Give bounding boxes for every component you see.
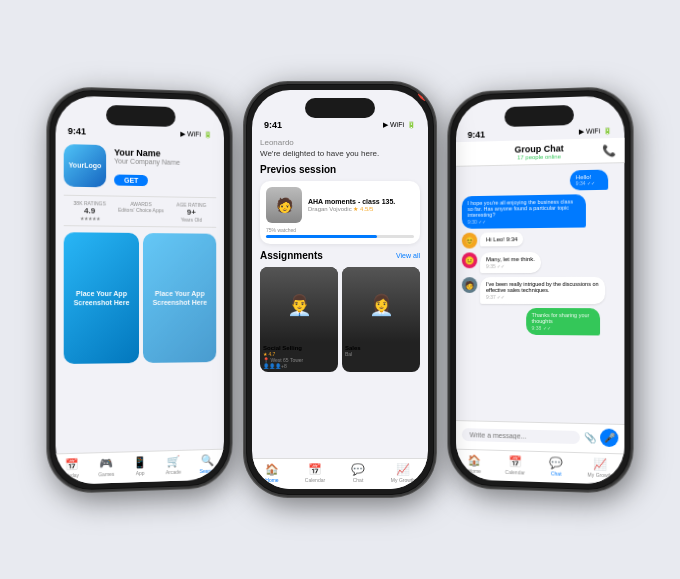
ratings-row: 38K RATINGS 4.9 ★★★★★ AWARDS Editors' Ch… (64, 194, 217, 227)
msg-hello: Hello! 9:34 ✓✓ (570, 169, 619, 190)
phone-left: 9:41 ▶ WiFi🔋 Your Logo Your Name Your Co… (47, 86, 231, 493)
age-rating-item: AGE RATING 9+ Years Old (166, 201, 216, 223)
get-button[interactable]: GET (114, 173, 148, 185)
progress-bar (266, 235, 414, 238)
nav-growth-center[interactable]: 📈 My Growth (391, 463, 415, 483)
assignment-card-2[interactable]: 👩‍💼 Sales Bal (342, 267, 420, 372)
prev-session-card: 🧑 AHA moments - class 135. Dragan Vojvod… (260, 181, 420, 244)
screenshots-row: Place Your App Screenshot Here Place You… (64, 232, 217, 364)
assignment-info-2: Sales Bal (342, 342, 420, 360)
nav-chat-right[interactable]: 💬 Chat (549, 456, 563, 476)
prev-section-title: Previos session (260, 164, 420, 175)
dynamic-island-left (106, 104, 175, 126)
message-input[interactable] (462, 427, 580, 443)
greeting-text: We're delighted to have you here. (260, 149, 420, 158)
nav-app[interactable]: 📱 App (133, 455, 147, 475)
session-author: Dragan Vojvodic ★ 4.5/5 (308, 205, 414, 212)
nav-arcade[interactable]: 🛒 Arcade (166, 454, 182, 474)
progress-fill (266, 235, 377, 238)
assignment-meta-2: Bal (345, 351, 417, 357)
phone-center: 9:41 ▶ WiFi🔋 Leonardo We're delighted to… (244, 82, 436, 497)
assignment-info-1: Social Selling ★ 4.7 📍 West 65 Tower 👤👤👤… (260, 342, 338, 372)
assignments-grid: 👨‍💼 Social Selling ★ 4.7 📍 West 65 Tower… (260, 267, 420, 372)
status-time-center: 9:41 (264, 120, 282, 130)
award-item: AWARDS Editors' Choice Apps (115, 200, 166, 222)
nav-search[interactable]: 🔍 Search (199, 453, 214, 473)
session-info: AHA moments - class 135. Dragan Vojvodic… (308, 198, 414, 212)
nav-calendar-center[interactable]: 📅 Calendar (305, 463, 325, 483)
avatar-3: 🧑 (462, 277, 477, 293)
nav-home-right[interactable]: 🏠 Home (468, 453, 482, 473)
attach-icon[interactable]: 📎 (584, 431, 596, 442)
rating-count: 38K RATINGS 4.9 ★★★★★ (64, 199, 116, 221)
learning-content: Leonardo We're delighted to have you her… (252, 132, 428, 458)
msg-hi-leo: 😊 Hi Leo! 9:34 (462, 231, 618, 248)
msg-sales: 🧑 I've been really intrigued by the disc… (462, 276, 618, 303)
progress-label: 75% watched (266, 227, 414, 233)
phone-right: 9:41 ▶ WiFi🔋 Group Chat 17 people online… (448, 86, 632, 493)
bottom-nav-right: 🏠 Home 📅 Calendar 💬 Chat 📈 My Growth (456, 448, 624, 484)
nav-games[interactable]: 🎮 Games (98, 456, 114, 477)
app-logo: Your Logo (64, 144, 106, 187)
nav-today[interactable]: 📅 Today (65, 457, 79, 478)
session-title: AHA moments - class 135. (308, 198, 414, 205)
app-header: Your Logo Your Name Your Company Name GE… (64, 144, 217, 189)
view-all-link[interactable]: View all (396, 252, 420, 259)
assignment-card-1[interactable]: 👨‍💼 Social Selling ★ 4.7 📍 West 65 Tower… (260, 267, 338, 372)
app-info: Your Name Your Company Name GET (114, 146, 216, 187)
status-time-left: 9:41 (68, 125, 86, 136)
call-icon[interactable]: 📞 (602, 144, 616, 158)
avatar-1: 😊 (462, 232, 477, 248)
dynamic-island-right (505, 104, 574, 126)
status-icons-left: ▶ WiFi🔋 (180, 130, 212, 139)
chat-header: Group Chat 17 people online 📞 (456, 137, 624, 166)
assignments-header: Assignments View all (260, 250, 420, 261)
bottom-nav-center: 🏠 Home 📅 Calendar 💬 Chat 📈 My Growth (252, 458, 428, 489)
assignment-img-1: 👨‍💼 (260, 267, 338, 342)
chat-messages: Hello! 9:34 ✓✓ I hope you're all enjoyin… (456, 163, 624, 424)
mic-button[interactable]: 🎤 (600, 428, 618, 447)
status-time-right: 9:41 (468, 129, 485, 139)
assignment-img-2: 👩‍💼 (342, 267, 420, 342)
msg-thanks: Thanks for sharing your thoughts 9:38 ✓✓ (526, 307, 619, 335)
nav-growth-right[interactable]: 📈 My Growth (588, 457, 612, 478)
msg-many: 😐 Many, let me think. 9:35 ✓✓ (462, 251, 618, 273)
avatar-2: 😐 (462, 252, 477, 268)
assignments-title: Assignments (260, 250, 323, 261)
bottom-nav-left: 📅 Today 🎮 Games 📱 App 🛒 Arcade (56, 448, 224, 484)
nav-home-center[interactable]: 🏠 Home (265, 463, 279, 483)
user-name: Leonardo (260, 138, 420, 147)
chat-input-bar: 📎 🎤 (456, 420, 624, 453)
dynamic-island-center (305, 98, 375, 118)
session-thumbnail: 🧑 (266, 187, 302, 223)
appstore-content: Your Logo Your Name Your Company Name GE… (56, 137, 224, 453)
screenshot-2: Place Your App Screenshot Here (143, 233, 216, 363)
progress-bar-wrap: 75% watched (266, 227, 414, 238)
msg-intro: I hope you're all enjoying the business … (462, 193, 618, 228)
screenshot-1: Place Your App Screenshot Here (64, 232, 139, 364)
nav-chat-center[interactable]: 💬 Chat (351, 463, 365, 483)
nav-calendar-right[interactable]: 📅 Calendar (505, 455, 525, 476)
